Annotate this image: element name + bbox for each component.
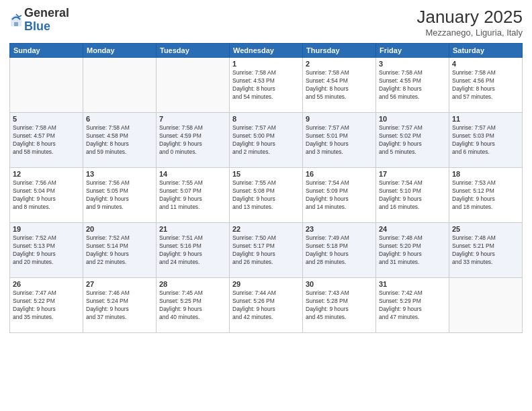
calendar-week-row: 12Sunrise: 7:56 AM Sunset: 5:04 PM Dayli… (10, 168, 523, 223)
day-number: 23 (306, 225, 373, 233)
th-saturday: Saturday (449, 44, 523, 58)
table-row: 17Sunrise: 7:54 AM Sunset: 5:10 PM Dayli… (376, 168, 449, 223)
day-info: Sunrise: 7:54 AM Sunset: 5:09 PM Dayligh… (306, 179, 373, 212)
day-number: 12 (13, 170, 80, 178)
logo-icon (9, 13, 23, 28)
th-friday: Friday (376, 44, 449, 58)
day-number: 31 (379, 280, 446, 288)
page: General Blue January 2025 Mezzanego, Lig… (0, 0, 532, 411)
table-row: 11Sunrise: 7:57 AM Sunset: 5:03 PM Dayli… (449, 113, 523, 168)
table-row: 19Sunrise: 7:52 AM Sunset: 5:13 PM Dayli… (10, 223, 83, 278)
day-number: 22 (232, 225, 300, 233)
table-row (157, 58, 230, 113)
table-row: 9Sunrise: 7:57 AM Sunset: 5:01 PM Daylig… (303, 113, 376, 168)
day-number: 9 (306, 115, 373, 123)
day-info: Sunrise: 7:58 AM Sunset: 4:54 PM Dayligh… (306, 69, 373, 101)
calendar: Sunday Monday Tuesday Wednesday Thursday… (9, 43, 523, 333)
day-info: Sunrise: 7:48 AM Sunset: 5:20 PM Dayligh… (379, 234, 446, 267)
day-info: Sunrise: 7:46 AM Sunset: 5:24 PM Dayligh… (86, 289, 153, 322)
table-row: 5Sunrise: 7:58 AM Sunset: 4:57 PM Daylig… (10, 113, 83, 168)
day-number: 19 (13, 225, 80, 233)
day-info: Sunrise: 7:42 AM Sunset: 5:29 PM Dayligh… (379, 289, 446, 322)
day-info: Sunrise: 7:47 AM Sunset: 5:22 PM Dayligh… (13, 289, 80, 322)
day-info: Sunrise: 7:57 AM Sunset: 5:01 PM Dayligh… (306, 124, 373, 156)
day-info: Sunrise: 7:56 AM Sunset: 5:04 PM Dayligh… (13, 179, 80, 212)
calendar-week-row: 5Sunrise: 7:58 AM Sunset: 4:57 PM Daylig… (10, 113, 523, 168)
table-row (449, 278, 523, 333)
day-number: 6 (86, 115, 153, 123)
day-number: 2 (306, 60, 373, 68)
day-info: Sunrise: 7:58 AM Sunset: 4:59 PM Dayligh… (159, 124, 226, 156)
day-number: 18 (452, 170, 519, 178)
table-row: 20Sunrise: 7:52 AM Sunset: 5:14 PM Dayli… (83, 223, 157, 278)
th-thursday: Thursday (303, 44, 376, 58)
day-info: Sunrise: 7:55 AM Sunset: 5:07 PM Dayligh… (159, 179, 226, 212)
logo-text: General Blue (24, 7, 69, 34)
th-tuesday: Tuesday (157, 44, 230, 58)
logo-general: General (24, 6, 69, 19)
day-info: Sunrise: 7:43 AM Sunset: 5:28 PM Dayligh… (306, 289, 373, 322)
th-sunday: Sunday (10, 44, 83, 58)
day-info: Sunrise: 7:53 AM Sunset: 5:12 PM Dayligh… (452, 179, 519, 212)
table-row: 13Sunrise: 7:56 AM Sunset: 5:05 PM Dayli… (83, 168, 157, 223)
day-info: Sunrise: 7:45 AM Sunset: 5:25 PM Dayligh… (159, 289, 226, 322)
day-number: 26 (13, 280, 80, 288)
logo-blue: Blue (24, 19, 50, 33)
table-row: 24Sunrise: 7:48 AM Sunset: 5:20 PM Dayli… (376, 223, 449, 278)
weekday-header-row: Sunday Monday Tuesday Wednesday Thursday… (10, 44, 523, 58)
day-info: Sunrise: 7:50 AM Sunset: 5:17 PM Dayligh… (232, 234, 300, 267)
day-number: 11 (452, 115, 519, 123)
day-number: 25 (452, 225, 519, 233)
table-row: 25Sunrise: 7:48 AM Sunset: 5:21 PM Dayli… (449, 223, 523, 278)
table-row: 16Sunrise: 7:54 AM Sunset: 5:09 PM Dayli… (303, 168, 376, 223)
day-info: Sunrise: 7:57 AM Sunset: 5:02 PM Dayligh… (379, 124, 446, 156)
calendar-week-row: 26Sunrise: 7:47 AM Sunset: 5:22 PM Dayli… (10, 278, 523, 333)
day-info: Sunrise: 7:57 AM Sunset: 5:03 PM Dayligh… (452, 124, 519, 156)
day-info: Sunrise: 7:58 AM Sunset: 4:58 PM Dayligh… (86, 124, 153, 156)
day-info: Sunrise: 7:57 AM Sunset: 5:00 PM Dayligh… (232, 124, 300, 156)
table-row: 21Sunrise: 7:51 AM Sunset: 5:16 PM Dayli… (157, 223, 230, 278)
day-number: 17 (379, 170, 446, 178)
day-info: Sunrise: 7:49 AM Sunset: 5:18 PM Dayligh… (306, 234, 373, 267)
table-row: 12Sunrise: 7:56 AM Sunset: 5:04 PM Dayli… (10, 168, 83, 223)
table-row: 30Sunrise: 7:43 AM Sunset: 5:28 PM Dayli… (303, 278, 376, 333)
day-number: 21 (159, 225, 226, 233)
day-number: 3 (379, 60, 446, 68)
day-number: 13 (86, 170, 153, 178)
table-row: 22Sunrise: 7:50 AM Sunset: 5:17 PM Dayli… (230, 223, 303, 278)
table-row: 28Sunrise: 7:45 AM Sunset: 5:25 PM Dayli… (157, 278, 230, 333)
day-info: Sunrise: 7:56 AM Sunset: 5:05 PM Dayligh… (86, 179, 153, 212)
table-row: 15Sunrise: 7:55 AM Sunset: 5:08 PM Dayli… (230, 168, 303, 223)
day-info: Sunrise: 7:44 AM Sunset: 5:26 PM Dayligh… (232, 289, 300, 322)
logo: General Blue (9, 7, 69, 34)
table-row: 31Sunrise: 7:42 AM Sunset: 5:29 PM Dayli… (376, 278, 449, 333)
day-info: Sunrise: 7:58 AM Sunset: 4:56 PM Dayligh… (452, 69, 519, 101)
day-number: 5 (13, 115, 80, 123)
day-info: Sunrise: 7:51 AM Sunset: 5:16 PM Dayligh… (159, 234, 226, 267)
calendar-body: 1Sunrise: 7:58 AM Sunset: 4:53 PM Daylig… (10, 58, 523, 333)
day-number: 14 (159, 170, 226, 178)
calendar-week-row: 1Sunrise: 7:58 AM Sunset: 4:53 PM Daylig… (10, 58, 523, 113)
day-number: 16 (306, 170, 373, 178)
table-row: 10Sunrise: 7:57 AM Sunset: 5:02 PM Dayli… (376, 113, 449, 168)
header: General Blue January 2025 Mezzanego, Lig… (9, 7, 523, 38)
day-info: Sunrise: 7:52 AM Sunset: 5:14 PM Dayligh… (86, 234, 153, 267)
day-number: 10 (379, 115, 446, 123)
table-row: 27Sunrise: 7:46 AM Sunset: 5:24 PM Dayli… (83, 278, 157, 333)
day-number: 15 (232, 170, 300, 178)
day-info: Sunrise: 7:48 AM Sunset: 5:21 PM Dayligh… (452, 234, 519, 267)
day-number: 24 (379, 225, 446, 233)
day-info: Sunrise: 7:58 AM Sunset: 4:55 PM Dayligh… (379, 69, 446, 101)
day-info: Sunrise: 7:54 AM Sunset: 5:10 PM Dayligh… (379, 179, 446, 212)
day-info: Sunrise: 7:52 AM Sunset: 5:13 PM Dayligh… (13, 234, 80, 267)
title-block: January 2025 Mezzanego, Liguria, Italy (416, 7, 523, 38)
day-info: Sunrise: 7:55 AM Sunset: 5:08 PM Dayligh… (232, 179, 300, 212)
day-number: 1 (232, 60, 300, 68)
day-number: 7 (159, 115, 226, 123)
day-number: 29 (232, 280, 300, 288)
th-wednesday: Wednesday (230, 44, 303, 58)
table-row: 23Sunrise: 7:49 AM Sunset: 5:18 PM Dayli… (303, 223, 376, 278)
day-number: 8 (232, 115, 300, 123)
day-number: 4 (452, 60, 519, 68)
calendar-week-row: 19Sunrise: 7:52 AM Sunset: 5:13 PM Dayli… (10, 223, 523, 278)
